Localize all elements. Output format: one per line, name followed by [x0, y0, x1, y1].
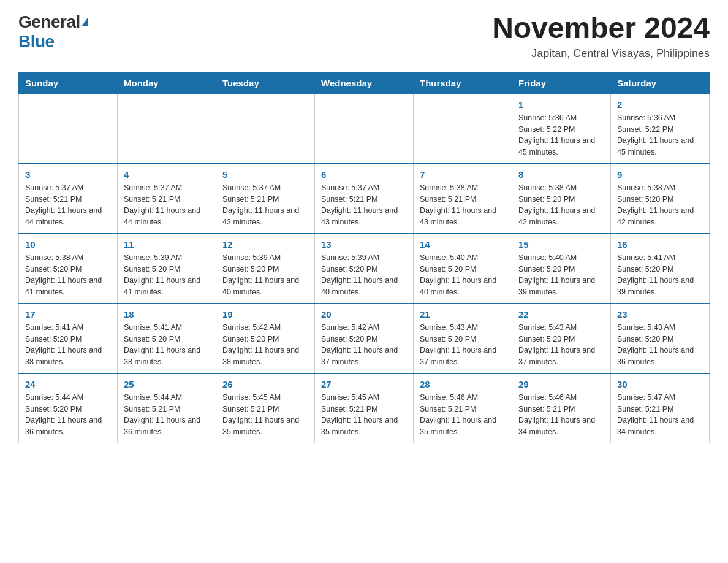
calendar-week-row: 24Sunrise: 5:44 AMSunset: 5:20 PMDayligh… — [19, 373, 710, 443]
day-number: 3 — [25, 169, 111, 180]
day-info: Sunrise: 5:41 AMSunset: 5:20 PMDaylight:… — [617, 252, 703, 298]
calendar-day-header: Sunday — [19, 72, 118, 94]
day-info: Sunrise: 5:45 AMSunset: 5:21 PMDaylight:… — [222, 392, 308, 438]
calendar-day-header: Friday — [512, 72, 611, 94]
calendar-day-cell: 3Sunrise: 5:37 AMSunset: 5:21 PMDaylight… — [19, 164, 118, 234]
calendar-day-cell: 25Sunrise: 5:44 AMSunset: 5:21 PMDayligh… — [118, 373, 216, 443]
day-number: 25 — [124, 379, 210, 389]
day-info: Sunrise: 5:36 AMSunset: 5:22 PMDaylight:… — [518, 112, 604, 158]
calendar-day-cell: 27Sunrise: 5:45 AMSunset: 5:21 PMDayligh… — [315, 373, 414, 443]
day-info: Sunrise: 5:39 AMSunset: 5:20 PMDaylight:… — [124, 252, 210, 298]
day-info: Sunrise: 5:41 AMSunset: 5:20 PMDaylight:… — [25, 322, 111, 368]
day-number: 26 — [222, 379, 308, 389]
day-info: Sunrise: 5:40 AMSunset: 5:20 PMDaylight:… — [518, 252, 604, 298]
day-info: Sunrise: 5:46 AMSunset: 5:21 PMDaylight:… — [518, 392, 604, 438]
day-number: 4 — [124, 169, 210, 180]
calendar-day-cell: 14Sunrise: 5:40 AMSunset: 5:20 PMDayligh… — [414, 234, 512, 304]
day-info: Sunrise: 5:44 AMSunset: 5:20 PMDaylight:… — [25, 392, 111, 438]
calendar-day-cell: 8Sunrise: 5:38 AMSunset: 5:20 PMDaylight… — [512, 164, 611, 234]
location-title: Japitan, Central Visayas, Philippines — [492, 47, 710, 60]
day-info: Sunrise: 5:38 AMSunset: 5:20 PMDaylight:… — [25, 252, 111, 298]
calendar-day-cell: 6Sunrise: 5:37 AMSunset: 5:21 PMDaylight… — [315, 164, 414, 234]
calendar-day-cell: 26Sunrise: 5:45 AMSunset: 5:21 PMDayligh… — [216, 373, 315, 443]
calendar-day-cell: 29Sunrise: 5:46 AMSunset: 5:21 PMDayligh… — [512, 373, 611, 443]
calendar-day-cell: 4Sunrise: 5:37 AMSunset: 5:21 PMDaylight… — [118, 164, 216, 234]
calendar-day-cell: 5Sunrise: 5:37 AMSunset: 5:21 PMDaylight… — [216, 164, 315, 234]
day-info: Sunrise: 5:42 AMSunset: 5:20 PMDaylight:… — [222, 322, 308, 368]
calendar-day-cell: 16Sunrise: 5:41 AMSunset: 5:20 PMDayligh… — [611, 234, 710, 304]
calendar-day-cell — [216, 94, 315, 164]
day-number: 19 — [222, 309, 308, 320]
calendar-day-header: Thursday — [414, 72, 512, 94]
calendar-week-row: 3Sunrise: 5:37 AMSunset: 5:21 PMDaylight… — [19, 164, 710, 234]
calendar-day-cell: 20Sunrise: 5:42 AMSunset: 5:20 PMDayligh… — [315, 304, 414, 373]
day-info: Sunrise: 5:40 AMSunset: 5:20 PMDaylight:… — [420, 252, 506, 298]
day-number: 7 — [420, 169, 506, 180]
page-header: General Blue November 2024 Japitan, Cent… — [18, 12, 710, 60]
day-number: 14 — [420, 239, 506, 250]
day-info: Sunrise: 5:38 AMSunset: 5:20 PMDaylight:… — [617, 182, 703, 228]
day-number: 2 — [617, 99, 703, 110]
day-info: Sunrise: 5:47 AMSunset: 5:21 PMDaylight:… — [617, 392, 703, 438]
calendar-day-cell: 7Sunrise: 5:38 AMSunset: 5:21 PMDaylight… — [414, 164, 512, 234]
calendar-day-cell — [315, 94, 414, 164]
calendar-day-cell: 9Sunrise: 5:38 AMSunset: 5:20 PMDaylight… — [611, 164, 710, 234]
calendar-day-cell: 12Sunrise: 5:39 AMSunset: 5:20 PMDayligh… — [216, 234, 315, 304]
calendar-day-cell: 23Sunrise: 5:43 AMSunset: 5:20 PMDayligh… — [611, 304, 710, 373]
day-number: 28 — [420, 379, 506, 389]
day-number: 17 — [25, 309, 111, 320]
calendar-day-cell: 24Sunrise: 5:44 AMSunset: 5:20 PMDayligh… — [19, 373, 118, 443]
calendar-table: SundayMondayTuesdayWednesdayThursdayFrid… — [18, 72, 710, 443]
day-number: 29 — [518, 379, 604, 389]
day-info: Sunrise: 5:42 AMSunset: 5:20 PMDaylight:… — [321, 322, 407, 368]
day-number: 16 — [617, 239, 703, 250]
month-title: November 2024 — [492, 12, 710, 45]
day-info: Sunrise: 5:44 AMSunset: 5:21 PMDaylight:… — [124, 392, 210, 438]
day-info: Sunrise: 5:39 AMSunset: 5:20 PMDaylight:… — [222, 252, 308, 298]
day-number: 22 — [518, 309, 604, 320]
calendar-day-cell: 2Sunrise: 5:36 AMSunset: 5:22 PMDaylight… — [611, 94, 710, 164]
day-number: 20 — [321, 309, 407, 320]
day-info: Sunrise: 5:37 AMSunset: 5:21 PMDaylight:… — [321, 182, 407, 228]
title-block: November 2024 Japitan, Central Visayas, … — [492, 12, 710, 60]
day-number: 10 — [25, 239, 111, 250]
calendar-day-cell: 17Sunrise: 5:41 AMSunset: 5:20 PMDayligh… — [19, 304, 118, 373]
day-number: 30 — [617, 379, 703, 389]
calendar-day-cell: 22Sunrise: 5:43 AMSunset: 5:20 PMDayligh… — [512, 304, 611, 373]
day-info: Sunrise: 5:39 AMSunset: 5:20 PMDaylight:… — [321, 252, 407, 298]
calendar-day-cell — [19, 94, 118, 164]
logo-general-text: General — [18, 12, 80, 32]
day-number: 21 — [420, 309, 506, 320]
calendar-day-header: Tuesday — [216, 72, 315, 94]
day-info: Sunrise: 5:36 AMSunset: 5:22 PMDaylight:… — [617, 112, 703, 158]
calendar-day-cell: 21Sunrise: 5:43 AMSunset: 5:20 PMDayligh… — [414, 304, 512, 373]
day-info: Sunrise: 5:45 AMSunset: 5:21 PMDaylight:… — [321, 392, 407, 438]
day-info: Sunrise: 5:38 AMSunset: 5:21 PMDaylight:… — [420, 182, 506, 228]
day-info: Sunrise: 5:43 AMSunset: 5:20 PMDaylight:… — [420, 322, 506, 368]
day-info: Sunrise: 5:37 AMSunset: 5:21 PMDaylight:… — [25, 182, 111, 228]
calendar-day-cell: 19Sunrise: 5:42 AMSunset: 5:20 PMDayligh… — [216, 304, 315, 373]
day-number: 1 — [518, 99, 604, 110]
day-number: 11 — [124, 239, 210, 250]
calendar-day-cell: 30Sunrise: 5:47 AMSunset: 5:21 PMDayligh… — [611, 373, 710, 443]
calendar-day-cell: 10Sunrise: 5:38 AMSunset: 5:20 PMDayligh… — [19, 234, 118, 304]
calendar-day-cell: 15Sunrise: 5:40 AMSunset: 5:20 PMDayligh… — [512, 234, 611, 304]
calendar-week-row: 17Sunrise: 5:41 AMSunset: 5:20 PMDayligh… — [19, 304, 710, 373]
calendar-header-row: SundayMondayTuesdayWednesdayThursdayFrid… — [19, 72, 710, 94]
calendar-day-header: Wednesday — [315, 72, 414, 94]
calendar-week-row: 1Sunrise: 5:36 AMSunset: 5:22 PMDaylight… — [19, 94, 710, 164]
day-number: 8 — [518, 169, 604, 180]
day-info: Sunrise: 5:37 AMSunset: 5:21 PMDaylight:… — [124, 182, 210, 228]
day-number: 23 — [617, 309, 703, 320]
calendar-week-row: 10Sunrise: 5:38 AMSunset: 5:20 PMDayligh… — [19, 234, 710, 304]
logo-blue-text: Blue — [18, 32, 55, 52]
day-number: 13 — [321, 239, 407, 250]
calendar-day-header: Saturday — [611, 72, 710, 94]
calendar-day-cell: 1Sunrise: 5:36 AMSunset: 5:22 PMDaylight… — [512, 94, 611, 164]
logo-triangle-icon — [82, 18, 88, 26]
day-number: 27 — [321, 379, 407, 389]
day-info: Sunrise: 5:38 AMSunset: 5:20 PMDaylight:… — [518, 182, 604, 228]
day-info: Sunrise: 5:46 AMSunset: 5:21 PMDaylight:… — [420, 392, 506, 438]
day-number: 12 — [222, 239, 308, 250]
calendar-day-cell: 11Sunrise: 5:39 AMSunset: 5:20 PMDayligh… — [118, 234, 216, 304]
